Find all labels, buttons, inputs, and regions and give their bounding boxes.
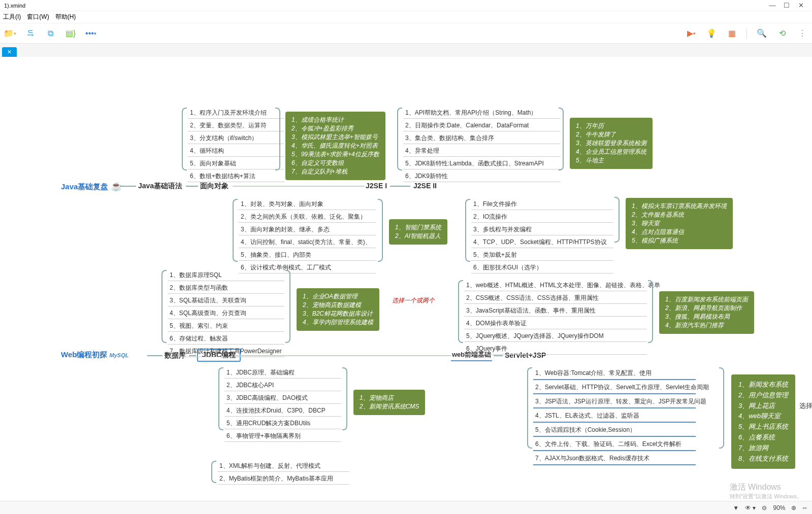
leaf[interactable]: 2、类之间的关系（关联、依赖、泛化、聚集） — [239, 212, 376, 223]
leaf[interactable]: 2、MyBatis框架的简介、MyBatis基本应用 — [217, 473, 349, 485]
leaf[interactable]: 4、JSTL、EL表达式、过滤器、监听器 — [533, 410, 696, 423]
zoom-icon[interactable]: 🔍 — [756, 28, 767, 39]
leaf[interactable]: 6、存储过程、触发器 — [168, 333, 284, 345]
leaf[interactable]: 4、循环结构 — [188, 146, 284, 157]
leaf[interactable]: 1、API帮助文档、常用API介绍（String、Math） — [403, 108, 561, 119]
structure-icon[interactable]: ⧉ — [45, 28, 56, 39]
topic-j2se2[interactable]: J2SE II — [413, 182, 437, 190]
list-jdbc[interactable]: 1、JDBC原理、基础编程 2、JDBC核心API 3、JDBC高级编程、DAO… — [224, 367, 341, 442]
leaf[interactable]: 6、文件上传、下载、验证码、二维码、Excel文件解析 — [533, 438, 696, 451]
note-db[interactable]: 1、企业OA数据管理2、宠物商店数据建模3、B2C鲜花网数据库设计4、享学内部管… — [297, 288, 379, 331]
list-xml[interactable]: 1、XML解析与创建、反射、代理模式 2、MyBatis框架的简介、MyBati… — [217, 461, 349, 485]
leaf[interactable]: 4、DOM操作表单验证 — [464, 318, 647, 329]
menu-window[interactable]: 窗口(W) — [27, 13, 49, 21]
leaf[interactable]: 4、TCP、UDP、Socket编程、HTTP/HTTPS协议 — [471, 237, 613, 248]
mindmap-canvas[interactable]: Java基础复盘 ☕ Java基础语法 面向对象 J2SE I J2SE II … — [0, 57, 812, 501]
note-servlet[interactable]: 1、新闻发布系统2、用户信息管理3、网上花店4、web聊天室 5、网上书店系统6… — [731, 374, 795, 469]
panel-icon[interactable]: ▫▫ — [802, 504, 807, 511]
more2-icon[interactable]: ⋮ — [797, 28, 808, 39]
leaf[interactable]: 5、JDK8新特性:Lambda、函数式接口、StreamAPI — [403, 158, 561, 169]
maximize-button[interactable]: ☐ — [779, 2, 794, 9]
leaf[interactable]: 2、JDBC核心API — [224, 380, 341, 391]
leaf[interactable]: 1、程序入门及开发环境介绍 — [188, 108, 284, 119]
tab-close[interactable]: ✕ — [2, 47, 17, 57]
list-oop[interactable]: 1、封装、类与对象、面向对象 2、类之间的关系（关联、依赖、泛化、聚集） 3、面… — [239, 199, 376, 273]
list-java-basic[interactable]: 1、程序入门及开发环境介绍 2、变量、数据类型、运算符 3、分支结构（if/sw… — [188, 108, 284, 182]
leaf[interactable]: 2、CSS概述、CSS语法、CSS选择器、重用属性 — [464, 293, 647, 304]
leaf[interactable]: 3、SQL基础语法、关联查询 — [168, 295, 284, 306]
list-db[interactable]: 1、数据库原理SQL 2、数据库类型与函数 3、SQL基础语法、关联查询 4、S… — [168, 270, 284, 357]
watermark: 激活 Windows 转到"设置"以激活 Windows。 — [730, 482, 803, 500]
leaf[interactable]: 7、数据库设计和建模工具PowerDesigner — [168, 346, 284, 357]
note-java-basic[interactable]: 1、成绩合格率统计2、令狐冲+盈盈彩排秀3、模拟武林盟主选举+智能拨号 4、华氏… — [285, 112, 385, 180]
leaf[interactable]: 1、Web容器:Tomcat介绍、常见配置、使用 — [533, 367, 696, 380]
leaf[interactable]: 6、事物管理+事物隔离界别 — [224, 431, 341, 442]
menu-help[interactable]: 帮助(H) — [55, 13, 76, 21]
zoom-out-button[interactable]: ⊖ — [762, 504, 767, 511]
leaf[interactable]: 7、AJAX与Json数据格式、Redis缓存技术 — [533, 453, 696, 465]
root-web[interactable]: Web编程初探 MySQL — [61, 350, 128, 360]
note-jdbc[interactable]: 1、宠物商店2、新闻资讯系统CMS — [353, 390, 425, 415]
leaf[interactable]: 2、日期操作类:Date、Calendar、DataFormat — [403, 120, 561, 131]
leaf[interactable]: 1、数据库原理SQL — [168, 270, 284, 281]
close-button[interactable]: ✕ — [794, 2, 808, 9]
chart-icon[interactable]: ▦ — [726, 28, 737, 39]
leaf[interactable]: 2、变量、数据类型、运算符 — [188, 120, 284, 131]
present-icon[interactable]: ▶▾ — [686, 28, 697, 39]
leaf[interactable]: 5、类加载+反射 — [471, 250, 613, 261]
leaf[interactable]: 6、JQuery事件 — [464, 344, 647, 355]
share-icon[interactable]: ⟲ — [776, 28, 788, 39]
leaf[interactable]: 4、异常处理 — [403, 146, 561, 157]
leaf[interactable]: 4、连接池技术Druid、C3P0、DBCP — [224, 405, 341, 417]
list-j2se1[interactable]: 1、API帮助文档、常用API介绍（String、Math） 2、日期操作类:D… — [403, 108, 561, 182]
leaf[interactable]: 4、SQL高级查询、分页查询 — [168, 308, 284, 319]
leaf[interactable]: 1、File文件操作 — [471, 199, 613, 210]
leaf[interactable]: 1、web概述、HTML概述、HTML文本处理、图像、超链接、表格、表单 — [464, 280, 647, 291]
leaf[interactable]: 6、JDK9新特性 — [403, 171, 561, 182]
note-webfe[interactable]: 1、百度新闻发布系统前端页面2、新浪、网易导航页面制作3、搜狐、网易模块布局4、… — [659, 291, 754, 334]
leaf[interactable]: 1、JDBC原理、基础编程 — [224, 367, 341, 379]
leaf[interactable]: 5、抽象类、接口、内部类 — [239, 250, 376, 261]
leaf[interactable]: 3、JavaScript基础语法、函数、事件、重用属性 — [464, 305, 647, 317]
leaf[interactable]: 3、分支结构（if/switch） — [188, 133, 284, 144]
leaf[interactable]: 5、面向对象基础 — [188, 158, 284, 169]
note-j2se1[interactable]: 1、万年历2、牛牛发牌了3、英雄联盟登录系统检测 4、企业员工信息管理系统5、斗… — [570, 118, 653, 169]
leaf[interactable]: 1、XML解析与创建、反射、代理模式 — [217, 461, 349, 472]
topic-j2se1[interactable]: J2SE I — [366, 182, 387, 190]
open-icon[interactable]: 📁▾ — [4, 28, 15, 39]
root-java[interactable]: Java基础复盘 ☕ — [61, 181, 122, 192]
leaf[interactable]: 1、封装、类与对象、面向对象 — [239, 199, 376, 210]
leaf[interactable]: 6、数组+数据结构+算法 — [188, 171, 284, 182]
leaf[interactable]: 5、会话跟踪技术（Cookie,Session） — [533, 424, 696, 437]
menu-tool[interactable]: 工具(I) — [3, 13, 21, 21]
leaf[interactable]: 3、JDBC高级编程、DAO模式 — [224, 393, 341, 404]
leaf[interactable]: 3、JSP语法、JSP运行原理、转发、重定向、JSP开发常见问题 — [533, 396, 696, 408]
visibility-icon[interactable]: 👁 ▾ — [745, 504, 756, 511]
more-icon[interactable]: •••▾ — [85, 28, 96, 39]
zoom-label[interactable]: 90% — [773, 504, 785, 511]
minimize-button[interactable]: — — [765, 2, 779, 9]
leaf[interactable]: 6、图形技术GUI（选学） — [471, 262, 613, 273]
leaf[interactable]: 2、Servlet基础、HTTP协议、Servelt工作原理、Servlet生命… — [533, 382, 696, 394]
idea-icon[interactable]: 💡 — [706, 28, 717, 39]
list-servlet[interactable]: 1、Web容器:Tomcat介绍、常见配置、使用 2、Servlet基础、HTT… — [533, 367, 696, 465]
topic-java-basic[interactable]: Java基础语法 — [138, 182, 182, 191]
leaf[interactable]: 3、面向对象的封装、继承、多态 — [239, 224, 376, 235]
leaf[interactable]: 4、访问控制、final、static(类方法、常量、类)、 — [239, 237, 376, 248]
topic-oop[interactable]: 面向对象 — [200, 182, 229, 191]
list-webfe[interactable]: 1、web概述、HTML概述、HTML文本处理、图像、超链接、表格、表单 2、C… — [464, 280, 647, 355]
outline-icon[interactable]: ▤} — [65, 28, 76, 39]
note-j2se2[interactable]: 1、模拟火车票订票系统高并发环境2、文件服务器系统3、聊天室 4、点对点阻塞通信… — [626, 198, 733, 249]
leaf[interactable]: 3、集合类、数据结构、集合排序 — [403, 133, 561, 144]
leaf[interactable]: 2、数据库类型与函数 — [168, 283, 284, 294]
zoom-in-button[interactable]: ⊕ — [791, 504, 796, 511]
leaf[interactable]: 5、通用CRUD解决方案DBUtils — [224, 418, 341, 429]
flow-icon[interactable]: ⥹ — [24, 28, 36, 39]
leaf[interactable]: 3、多线程与并发编程 — [471, 224, 613, 235]
leaf[interactable]: 2、IO流操作 — [471, 212, 613, 223]
filter-icon[interactable]: ▼ — [733, 504, 739, 511]
note-oop[interactable]: 1、智能门禁系统2、AI智能机器人 — [389, 219, 447, 245]
list-j2se2[interactable]: 1、File文件操作 2、IO流操作 3、多线程与并发编程 4、TCP、UDP、… — [471, 199, 613, 273]
leaf[interactable]: 5、视图、索引、约束 — [168, 321, 284, 332]
leaf[interactable]: 5、JQuery概述、JQuery选择器、JQuery操作DOM — [464, 331, 647, 342]
